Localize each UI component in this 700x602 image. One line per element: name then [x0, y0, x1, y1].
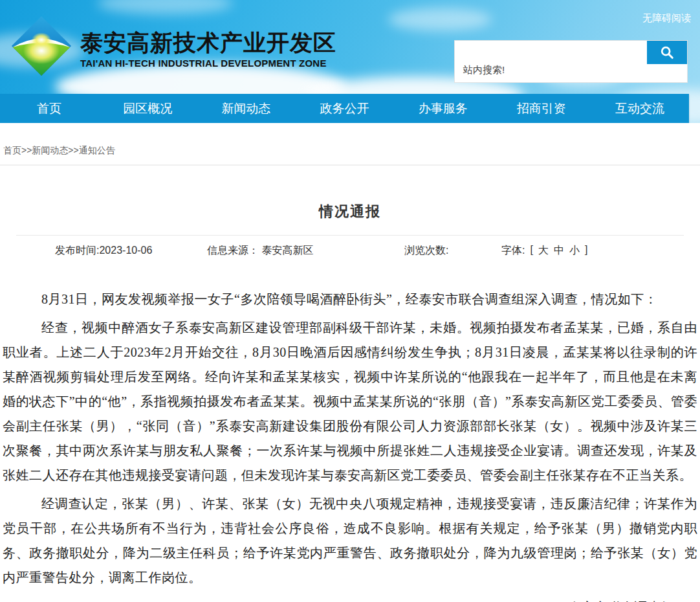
- breadcrumb-separator: >>: [21, 145, 32, 155]
- info-source-value: 泰安高新区: [261, 245, 313, 256]
- accessibility-link[interactable]: 无障碍阅读: [642, 12, 691, 25]
- publish-time-label: 发布时间:: [55, 245, 99, 256]
- search-button[interactable]: [647, 41, 687, 64]
- bracket-right: ]: [585, 244, 587, 258]
- view-count: 浏览次数:: [404, 244, 448, 258]
- nav-item-news[interactable]: 新闻动态: [197, 94, 295, 123]
- view-count-label: 浏览次数:: [404, 245, 448, 256]
- search-icon: [660, 45, 674, 60]
- nav-item-investment[interactable]: 招商引资: [492, 94, 591, 123]
- font-size-medium[interactable]: 中: [554, 244, 564, 258]
- paragraph: 经查，视频中醉酒女子系泰安高新区建设管理部副科级干部许某，未婚。视频拍摄发布者孟…: [3, 315, 697, 487]
- nav-item-interaction[interactable]: 互动交流: [591, 94, 689, 123]
- bracket-left: [: [530, 244, 532, 258]
- site-subtitle: TAI'AN HI-TECH INDUSTRIAL DEVELOPMENT ZO…: [80, 58, 336, 69]
- cloud: [97, 0, 233, 14]
- breadcrumb: 首页>>新闻动态>>通知公告: [0, 123, 700, 164]
- breadcrumb-home[interactable]: 首页: [3, 145, 21, 155]
- paragraph: 经调查认定，张某（男）、许某、张某（女）无视中央八项规定精神，违规接受宴请，违反…: [3, 491, 697, 590]
- article-signature: 泰安市联合调查组: [3, 595, 697, 602]
- site-logo-icon: [10, 16, 72, 76]
- breadcrumb-divider: [0, 164, 700, 166]
- font-size-control: 字体: [ 大 中 小 ]: [501, 244, 587, 258]
- article: 情况通报 发布时间:2023-10-06 信息来源： 泰安高新区 浏览次数: 字…: [0, 202, 700, 602]
- publish-time: 发布时间:2023-10-06: [55, 244, 152, 258]
- breadcrumb-news[interactable]: 新闻动态: [32, 145, 68, 155]
- info-source: 信息来源： 泰安高新区: [207, 244, 313, 258]
- site-header: 泰安高新技术产业开发区 TAI'AN HI-TECH INDUSTRIAL DE…: [0, 0, 700, 123]
- search-box: 站内搜索!: [454, 40, 688, 83]
- search-input[interactable]: 站内搜索!: [463, 64, 505, 76]
- site-brand[interactable]: 泰安高新技术产业开发区 TAI'AN HI-TECH INDUSTRIAL DE…: [10, 16, 336, 76]
- font-size-label: 字体:: [501, 244, 525, 258]
- site-brand-text: 泰安高新技术产业开发区 TAI'AN HI-TECH INDUSTRIAL DE…: [80, 24, 336, 69]
- site-title: 泰安高新技术产业开发区: [80, 29, 336, 56]
- page: 泰安高新技术产业开发区 TAI'AN HI-TECH INDUSTRIAL DE…: [0, 0, 700, 602]
- font-size-large[interactable]: 大: [538, 244, 549, 258]
- cloud: [388, 8, 492, 31]
- article-meta: 发布时间:2023-10-06 信息来源： 泰安高新区 浏览次数: 字体: [ …: [0, 244, 700, 260]
- article-title: 情况通报: [0, 202, 700, 221]
- nav-item-services[interactable]: 办事服务: [394, 94, 492, 123]
- publish-time-value: 2023-10-06: [99, 245, 152, 256]
- breadcrumb-notices[interactable]: 通知公告: [79, 145, 115, 155]
- info-source-label: 信息来源：: [207, 245, 259, 256]
- main-nav: 首页 园区概况 新闻动态 政务公开 办事服务 招商引资 互动交流: [0, 94, 689, 123]
- nav-item-zone-overview[interactable]: 园区概况: [98, 94, 197, 123]
- breadcrumb-separator: >>: [68, 145, 78, 155]
- paragraph: 8月31日，网友发视频举报一女子“多次陪领导喝酒醉卧街头”，经泰安市联合调查组深…: [3, 287, 697, 311]
- title-divider: [16, 235, 684, 236]
- nav-item-home[interactable]: 首页: [0, 94, 98, 123]
- nav-item-gov-affairs[interactable]: 政务公开: [295, 94, 393, 123]
- font-size-small[interactable]: 小: [569, 244, 580, 258]
- article-body: 8月31日，网友发视频举报一女子“多次陪领导喝酒醉卧街头”，经泰安市联合调查组深…: [0, 287, 700, 602]
